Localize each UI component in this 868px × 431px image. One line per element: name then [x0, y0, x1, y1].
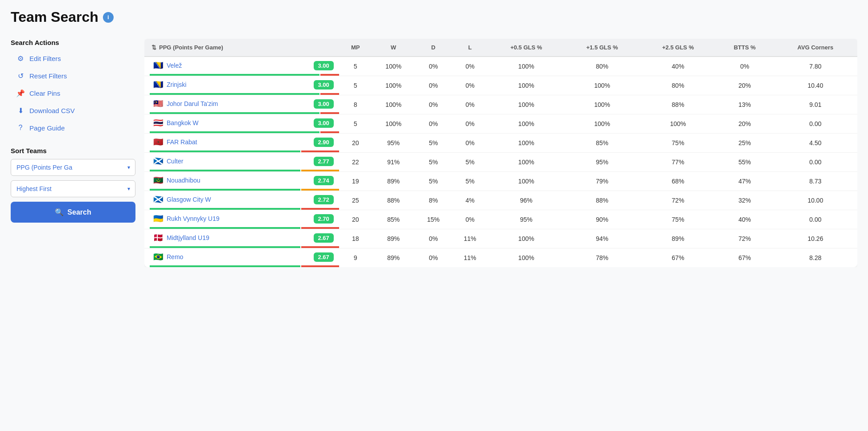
d-cell: 5%: [415, 153, 451, 172]
th-gls05[interactable]: +0.5 GLS %: [488, 39, 564, 57]
sort-icon: ⇅: [151, 44, 156, 51]
d-cell: 15%: [415, 210, 451, 229]
ppg-badge: 2.90: [314, 138, 334, 147]
mp-cell: 18: [339, 229, 372, 248]
l-cell: 0%: [452, 95, 488, 114]
team-name-cell: 🇲🇦 FAR Rabat 2.90: [144, 134, 339, 153]
w-cell: 100%: [372, 114, 415, 134]
gls05-cell: 96%: [488, 191, 564, 210]
team-flag: 🇩🇰: [153, 233, 163, 243]
gls05-cell: 100%: [488, 134, 564, 153]
th-d[interactable]: D: [415, 39, 451, 57]
l-cell: 11%: [452, 229, 488, 248]
ppg-badge: 3.00: [314, 118, 334, 128]
team-name[interactable]: Nouadhibou: [167, 177, 201, 184]
gls25-cell: 72%: [640, 191, 716, 210]
l-cell: 0%: [452, 114, 488, 134]
team-name-cell: 🇩🇰 Midtjylland U19 2.67: [144, 229, 339, 248]
team-name[interactable]: Rukh Vynnyky U19: [167, 215, 220, 222]
gls05-cell: 100%: [488, 172, 564, 191]
team-name-cell: 🏴󠁧󠁢󠁳󠁣󠁴󠁿 Glasgow City W 2.72: [144, 191, 339, 210]
btts-cell: 0%: [716, 57, 774, 76]
team-name-cell: 🇲🇷 Nouadhibou 2.74: [144, 172, 339, 191]
d-cell: 8%: [415, 191, 451, 210]
gls15-cell: 88%: [564, 191, 640, 210]
team-name-cell: 🇹🇭 Bangkok W 3.00: [144, 114, 339, 134]
th-w[interactable]: W: [372, 39, 415, 57]
mp-cell: 8: [339, 95, 372, 114]
mp-cell: 5: [339, 76, 372, 95]
search-button[interactable]: 🔍 Search: [11, 202, 135, 223]
btts-cell: 72%: [716, 229, 774, 248]
team-name[interactable]: Bangkok W: [167, 119, 199, 126]
gls15-cell: 80%: [564, 57, 640, 76]
team-name[interactable]: Zrinjski: [167, 81, 186, 88]
ppg-badge: 2.72: [314, 195, 334, 204]
team-name[interactable]: Velež: [167, 62, 182, 69]
th-btts[interactable]: BTTS %: [716, 39, 774, 57]
th-team[interactable]: ⇅ PPG (Points Per Game): [144, 39, 339, 57]
w-cell: 91%: [372, 153, 415, 172]
th-gls25[interactable]: +2.5 GLS %: [640, 39, 716, 57]
clear-pins-action[interactable]: 📌 Clear Pins: [11, 85, 135, 102]
team-name[interactable]: Culter: [167, 158, 183, 165]
mp-cell: 19: [339, 172, 372, 191]
info-icon[interactable]: i: [103, 12, 114, 23]
th-gls15[interactable]: +1.5 GLS %: [564, 39, 640, 57]
l-cell: 0%: [452, 76, 488, 95]
w-cell: 95%: [372, 134, 415, 153]
download-icon: ⬇: [16, 106, 25, 115]
mp-cell: 22: [339, 153, 372, 172]
th-mp[interactable]: MP: [339, 39, 372, 57]
gls15-cell: 78%: [564, 248, 640, 268]
team-flag: 🇧🇦: [153, 61, 163, 70]
ppg-badge: 2.74: [314, 176, 334, 185]
table-row: 🇹🇭 Bangkok W 3.00 5 100% 0% 0% 100% 100%…: [144, 114, 857, 134]
d-cell: 5%: [415, 134, 451, 153]
th-avg-corners[interactable]: AVG Corners: [774, 39, 857, 57]
btts-cell: 20%: [716, 76, 774, 95]
ppg-badge: 2.67: [314, 233, 334, 243]
ppg-badge: 3.00: [314, 61, 334, 70]
download-csv-action[interactable]: ⬇ Download CSV: [11, 102, 135, 119]
btts-cell: 67%: [716, 248, 774, 268]
btts-cell: 20%: [716, 114, 774, 134]
gls25-cell: 80%: [640, 76, 716, 95]
w-cell: 88%: [372, 191, 415, 210]
gls25-cell: 100%: [640, 114, 716, 134]
team-name[interactable]: Glasgow City W: [167, 196, 211, 203]
sort-by-select[interactable]: PPG (Points Per Ga: [11, 159, 135, 176]
th-l[interactable]: L: [452, 39, 488, 57]
btts-cell: 40%: [716, 210, 774, 229]
gls25-cell: 89%: [640, 229, 716, 248]
mp-cell: 5: [339, 57, 372, 76]
edit-filters-action[interactable]: ⚙ Edit Filters: [11, 50, 135, 67]
team-name[interactable]: Remo: [167, 253, 183, 260]
team-flag: 🇺🇦: [153, 214, 163, 224]
table-row: 🇧🇦 Zrinjski 3.00 5 100% 0% 0% 100% 100% …: [144, 76, 857, 95]
team-name[interactable]: Midtjylland U19: [167, 234, 209, 241]
gls25-cell: 77%: [640, 153, 716, 172]
gls25-cell: 88%: [640, 95, 716, 114]
d-cell: 0%: [415, 248, 451, 268]
ppg-badge: 2.70: [314, 214, 334, 224]
team-name[interactable]: Johor Darul Ta'zim: [167, 100, 218, 107]
sort-order-select[interactable]: Highest First: [11, 180, 135, 197]
page-guide-label: Page Guide: [29, 124, 65, 132]
avg-corners-cell: 10.26: [774, 229, 857, 248]
gls15-cell: 95%: [564, 153, 640, 172]
table-row: 🏴󠁧󠁢󠁳󠁣󠁴󠁿 Culter 2.77 22 91% 5% 5% 100% 95…: [144, 153, 857, 172]
page-guide-action[interactable]: ? Page Guide: [11, 119, 135, 136]
table-row: 🇧🇦 Velež 3.00 5 100% 0% 0% 100% 80% 40% …: [144, 57, 857, 76]
reset-filters-action[interactable]: ↺ Reset Filters: [11, 67, 135, 85]
team-flag: 🇧🇦: [153, 80, 163, 89]
team-flag: 🇲🇷: [153, 175, 163, 185]
gls05-cell: 100%: [488, 76, 564, 95]
team-name[interactable]: FAR Rabat: [167, 138, 197, 146]
gls05-cell: 100%: [488, 153, 564, 172]
ppg-badge: 3.00: [314, 80, 334, 89]
gls05-cell: 95%: [488, 210, 564, 229]
page-title: Team Search: [11, 9, 98, 25]
results-table: ⇅ PPG (Points Per Game) MP W D L +0.5 GL…: [144, 39, 857, 267]
ppg-badge: 2.67: [314, 252, 334, 262]
